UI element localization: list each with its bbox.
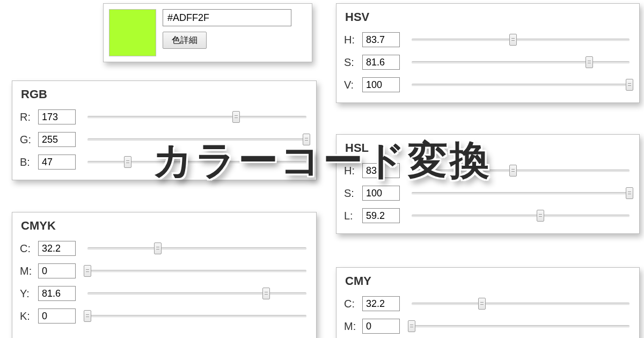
value-input[interactable] (362, 55, 400, 70)
value-row: Y: (20, 282, 309, 305)
slider-thumb[interactable] (478, 298, 486, 310)
value-row: L: (344, 204, 632, 227)
slider[interactable] (87, 111, 306, 123)
row-label: M: (344, 320, 362, 333)
slider[interactable] (412, 79, 630, 91)
value-input[interactable] (38, 155, 76, 170)
row-label: L: (344, 210, 362, 222)
value-input[interactable] (362, 296, 400, 311)
slider[interactable] (412, 165, 630, 177)
value-input[interactable] (362, 208, 400, 223)
hsv-panel: HSV H:S:V: (336, 3, 640, 103)
value-input[interactable] (38, 132, 76, 147)
slider[interactable] (412, 298, 630, 310)
value-row: S: (344, 182, 632, 204)
row-label: H: (344, 34, 362, 46)
value-input[interactable] (38, 109, 76, 124)
value-row: C: (20, 237, 309, 260)
slider[interactable] (87, 156, 306, 168)
value-input[interactable] (362, 186, 400, 201)
value-row: G: (20, 128, 309, 151)
value-row: H: (344, 159, 632, 182)
slider[interactable] (412, 320, 630, 332)
value-row: V: (344, 74, 632, 96)
row-label: C: (20, 243, 38, 255)
value-row: K: (20, 305, 309, 327)
hex-input[interactable] (163, 9, 291, 26)
cmy-panel: CMY C:M: (336, 267, 640, 338)
value-input[interactable] (38, 286, 76, 301)
slider[interactable] (87, 310, 306, 322)
cmyk-title: CMYK (21, 219, 309, 233)
rgb-title: RGB (21, 87, 309, 101)
row-label: V: (344, 79, 362, 91)
value-input[interactable] (362, 163, 400, 178)
slider[interactable] (87, 288, 306, 299)
value-row: R: (20, 106, 309, 128)
hsl-title: HSL (345, 141, 632, 155)
rgb-panel: RGB R:G:B: (12, 80, 317, 180)
slider[interactable] (412, 56, 630, 68)
slider[interactable] (87, 265, 306, 277)
value-row: B: (20, 151, 309, 173)
row-label: B: (20, 156, 38, 168)
hsl-panel: HSL H:S:L: (336, 134, 640, 234)
cmy-title: CMY (345, 274, 632, 288)
value-input[interactable] (38, 263, 76, 278)
cmyk-panel: CMYK C:M:Y:K: (12, 212, 317, 338)
slider-thumb[interactable] (509, 165, 517, 177)
value-row: C: (344, 292, 632, 315)
row-label: R: (20, 111, 38, 123)
slider[interactable] (87, 243, 306, 254)
row-label: M: (20, 265, 38, 277)
slider[interactable] (412, 34, 630, 46)
row-label: Y: (20, 288, 38, 300)
slider-thumb[interactable] (509, 34, 517, 46)
slider-thumb[interactable] (232, 111, 240, 123)
color-detail-button[interactable]: 色詳細 (163, 32, 207, 49)
slider-thumb[interactable] (626, 79, 633, 91)
value-row: H: (344, 28, 632, 51)
color-swatch (109, 9, 156, 56)
value-input[interactable] (38, 241, 76, 256)
row-label: H: (344, 165, 362, 177)
slider-thumb[interactable] (84, 265, 91, 277)
slider-thumb[interactable] (154, 243, 162, 254)
slider-thumb[interactable] (586, 56, 593, 68)
hex-panel: 色詳細 (103, 3, 312, 62)
value-input[interactable] (362, 32, 400, 47)
slider-thumb[interactable] (262, 288, 270, 299)
slider[interactable] (87, 134, 306, 145)
row-label: G: (20, 134, 38, 146)
value-row: S: (344, 51, 632, 74)
slider[interactable] (412, 210, 630, 222)
slider-thumb[interactable] (303, 134, 310, 145)
value-input[interactable] (38, 308, 76, 324)
value-row: M: (20, 260, 309, 282)
slider[interactable] (412, 187, 630, 199)
hsv-title: HSV (345, 10, 632, 24)
row-label: S: (344, 56, 362, 69)
slider-thumb[interactable] (84, 310, 91, 322)
value-input[interactable] (362, 77, 400, 92)
value-row: M: (344, 315, 632, 337)
row-label: K: (20, 310, 38, 322)
slider-thumb[interactable] (626, 187, 633, 199)
slider-thumb[interactable] (124, 156, 131, 168)
slider-thumb[interactable] (408, 320, 415, 332)
value-input[interactable] (362, 319, 400, 334)
slider-thumb[interactable] (537, 210, 544, 222)
row-label: S: (344, 187, 362, 200)
row-label: C: (344, 298, 362, 310)
